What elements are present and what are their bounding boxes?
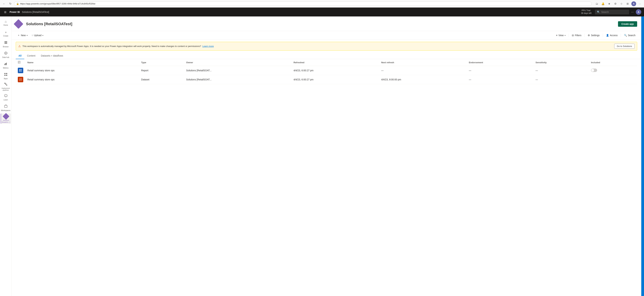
svg-rect-10	[6, 75, 7, 76]
reload-button[interactable]: ↻	[8, 1, 13, 6]
svg-rect-9	[4, 75, 6, 76]
browser-icon-alert[interactable]: 🔔	[600, 1, 605, 6]
browser-icon-collections[interactable]: 🗂	[594, 1, 599, 6]
sidebar-item-workspaces[interactable]: Workspaces	[1, 103, 11, 113]
tab-datasets[interactable]: Datasets + dataflows	[38, 53, 66, 59]
sidebar-item-datahub[interactable]: Data hub	[1, 50, 11, 60]
tab-content[interactable]: Content	[24, 53, 38, 59]
page-header: Solutions [RetailSOATest] Create app	[12, 17, 641, 31]
svg-rect-20	[21, 69, 22, 70]
new-button[interactable]: ＋ New ▾	[16, 33, 29, 38]
svg-rect-7	[4, 73, 6, 74]
row2-sensitivity: —	[534, 75, 589, 84]
sidebar-item-home[interactable]: ⌂ Home	[1, 18, 11, 28]
svg-rect-5	[5, 63, 6, 65]
back-button[interactable]: ←	[2, 1, 6, 6]
top-nav-avatar[interactable]: A	[636, 9, 641, 15]
upload-chevron-icon: ▾	[42, 35, 43, 36]
row1-next-refresh: —	[379, 66, 467, 75]
svg-rect-22	[21, 70, 22, 72]
row1-sensitivity: —	[534, 66, 589, 75]
row2-name: Retail summary store ops	[25, 75, 139, 84]
col-header-icon	[16, 59, 25, 66]
sidebar-item-apps[interactable]: Apps	[1, 71, 11, 81]
view-button[interactable]: ≡ View ▾	[554, 33, 567, 38]
create-app-button[interactable]: Create app	[618, 21, 637, 27]
toolbar-separator-3	[603, 34, 603, 37]
col-header-endorsement[interactable]: Endorsement	[467, 59, 534, 66]
row1-name: Retail summary store ops	[25, 66, 139, 75]
col-header-owner[interactable]: Owner	[184, 59, 292, 66]
learn-more-link[interactable]: Learn more	[202, 45, 214, 48]
warning-text: This workspace is automatically managed …	[22, 45, 612, 48]
access-button[interactable]: 👤 Access	[604, 33, 619, 38]
svg-rect-13	[6, 85, 7, 86]
browser-icon-settings[interactable]: ⚙	[613, 1, 618, 6]
ppu-trial: PPU Trial: 38 days left	[581, 9, 592, 15]
col-header-included[interactable]: Included	[589, 59, 637, 66]
svg-rect-14	[4, 105, 7, 107]
row1-toggle[interactable]	[591, 69, 597, 72]
toolbar: ＋ New ▾ ↑ Upload ▾ ≡ View ▾ ⊟	[12, 31, 641, 40]
svg-rect-21	[19, 71, 20, 72]
sidebar-item-create[interactable]: ＋ Create	[1, 29, 11, 39]
address-bar[interactable]: 🔒 https://app.powerbi.com/groups/08ecf95…	[14, 2, 592, 6]
browser-icon-bookmark[interactable]: ⊹	[619, 1, 624, 6]
col-header-name[interactable]: Name	[25, 59, 139, 66]
report-icon	[18, 68, 23, 73]
top-search-box[interactable]: 🔍 Search	[595, 10, 629, 14]
page-header-diamond-icon	[14, 19, 24, 29]
table-row[interactable]: Retail summary store ops Dataset Solutio…	[16, 75, 637, 84]
row1-owner: Solutions [RetailSOAT...	[184, 66, 292, 75]
row2-next-refresh: 4/4/23, 8:00:00 pm	[379, 75, 467, 84]
top-nav: ⊞ Power BI Solutions [RetailSOATest] PPU…	[0, 8, 644, 17]
svg-rect-12	[5, 84, 6, 84]
sidebar-item-solutions[interactable]: Solutions [RetailSO...]	[1, 113, 11, 124]
upload-button[interactable]: ↑ Upload ▾	[30, 33, 45, 38]
toolbar-separator-2	[584, 34, 585, 37]
row2-owner: Solutions [RetailSOAT...	[184, 75, 292, 84]
go-to-solutions-button[interactable]: Go to Solutions	[614, 44, 634, 49]
right-panel-edge	[641, 17, 644, 296]
sidebar-item-learn[interactable]: Learn	[1, 92, 11, 102]
search-icon: 🔍	[597, 11, 600, 13]
col-header-sensitivity[interactable]: Sensitivity	[534, 59, 589, 66]
deployment-icon	[4, 82, 8, 87]
filters-button[interactable]: ⊟ Filters	[570, 33, 583, 38]
browser-icon-star[interactable]: ★	[607, 1, 612, 6]
access-icon: 👤	[606, 34, 609, 37]
table-row[interactable]: Retail summary store ops Report Solution…	[16, 66, 637, 75]
row1-icon-cell	[16, 66, 25, 75]
tab-all[interactable]: All	[16, 53, 24, 59]
search-toolbar-button[interactable]: 🔍 Search	[622, 33, 637, 38]
col-header-next-refresh[interactable]: Next refresh	[379, 59, 467, 66]
sidebar-item-browse[interactable]: Browse	[1, 39, 11, 49]
row2-icon-cell	[16, 75, 25, 84]
settings-button[interactable]: ⚙ Settings	[586, 33, 602, 38]
page-content: Solutions [RetailSOATest] Create app ＋ N…	[12, 17, 641, 296]
page-header-icon-wrapper	[16, 20, 24, 28]
sidebar-item-metrics[interactable]: Metrics	[1, 60, 11, 71]
browser-more[interactable]: ···	[638, 1, 642, 6]
view-icon: ≡	[556, 34, 558, 37]
solutions-diamond-wrapper	[4, 114, 8, 119]
col-header-refreshed[interactable]: Refreshed	[292, 59, 379, 66]
url-text: https://app.powerbi.com/groups/08ecf957-…	[20, 3, 95, 5]
nav-apps-grid[interactable]: ⊞	[3, 10, 8, 14]
row2-included	[589, 75, 637, 84]
browser-icon-apps[interactable]: ⊞	[625, 1, 630, 6]
search-toolbar-icon: 🔍	[624, 34, 627, 37]
row1-refreshed: 4/4/23, 6:00:27 pm	[292, 66, 379, 75]
browser-avatar[interactable]: A	[631, 1, 636, 6]
svg-rect-1	[4, 42, 7, 43]
settings-icon: ⚙	[588, 34, 590, 37]
table-container: Name Type Owner Refreshed Next refresh E…	[12, 59, 641, 84]
col-header-type[interactable]: Type	[139, 59, 184, 66]
upload-icon: ↑	[32, 34, 33, 37]
app-name: Power BI	[10, 11, 20, 13]
row2-type: Dataset	[139, 75, 184, 84]
sidebar-item-deployment[interactable]: Deployment pipelines	[1, 82, 11, 92]
top-nav-more[interactable]: ···	[631, 10, 634, 14]
search-placeholder: Search	[601, 11, 609, 13]
create-icon: ＋	[4, 30, 7, 34]
